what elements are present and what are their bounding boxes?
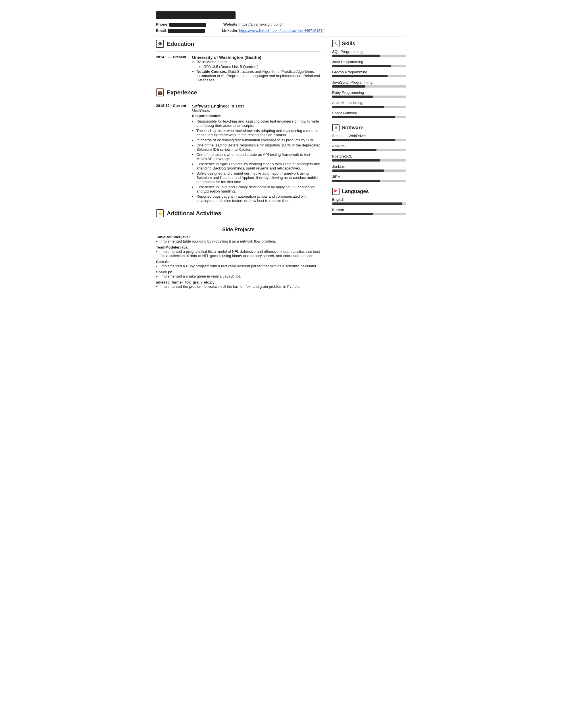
software-icon: 🖥 [332,124,339,131]
skill-javascript-bar-bg [332,85,406,88]
skill-sql: SQL Programming [332,49,406,57]
experience-title: Experience [167,89,197,96]
notable-label: Notable Courses: [197,69,227,74]
name-redacted [156,11,236,19]
project-desc-0: Implemented table rounding by modelling … [161,239,321,243]
software-selenium-bar-bg [332,139,406,141]
skill-java: Java Programming [332,60,406,67]
responsibilities-list: Responsible for teaching and assisting o… [196,119,321,203]
responsibility-item: Experience in Agile Projects, by working… [196,162,321,170]
project-desc-2: Implemented a Ruby program with a recurs… [161,264,321,268]
language-korean-label: Korean [332,208,406,212]
education-entry: 2014-09 - Present University of Washingt… [156,55,321,83]
project-label-0: TableRounder.java: [156,235,321,239]
skill-ruby: Ruby Programming [332,90,406,98]
languages-title: Languages [342,189,369,195]
languages-icon: 🚩 [332,188,339,195]
software-postgresql: PostgreSQL [332,154,406,162]
project-label-3: Snake.js: [156,270,321,274]
linkedin-value[interactable]: : https://www.linkedin.com/in/andrew-lee… [237,28,323,33]
language-korean-bar-fill [332,213,373,215]
skill-javascript-bar-fill [332,85,365,88]
skill-agile-label: Agile Methodology [332,101,406,105]
education-dates: 2014-09 - Present [156,55,186,83]
project-desc-4: Implemented the problem formulation of t… [161,284,321,289]
gpa: GPA: 3.5 (Deans List: 5 Quarters) [204,65,321,69]
skill-java-label: Java Programming [332,60,406,64]
project-farmer: adlee96_farmer_fox_grain_etc.py: Impleme… [156,280,321,289]
education-icon: 🎓 [156,40,164,48]
skill-javascript-label: JavaScript Programming [332,80,406,84]
software-jenkins-bar-fill [332,169,384,172]
skill-javascript: JavaScript Programming [332,80,406,88]
activities-title: Additional Activities [167,210,221,217]
software-jira-bar-bg [332,180,406,182]
skill-groovy-bar-bg [332,75,406,77]
responsibility-item: The leading tester who moved towards ada… [196,129,321,137]
software-appium-label: Appium [332,144,406,148]
skill-ruby-label: Ruby Programming [332,90,406,95]
skills-list: SQL Programming Java Programming Groovy … [332,49,406,118]
skill-sprint-bar-bg [332,116,406,118]
project-desc-3: Implemented a snake game in vanilla Java… [161,274,321,278]
experience-entry: 2018-12 - Current Software Engineer in T… [156,104,321,204]
education-section-header: 🎓 Education [156,40,321,48]
main-layout: 🎓 Education 2014-09 - Present University… [156,40,406,289]
language-english-bar-fill [332,202,402,205]
company-name: MoxiWorks [192,108,321,113]
skill-sql-label: SQL Programming [332,49,406,54]
skill-sprint-bar-fill [332,116,395,118]
software-jenkins: Jenkins [332,164,406,172]
activities-content: Side Projects TableRounder.java: Impleme… [156,227,321,289]
software-appium: Appium [332,144,406,151]
project-calcrb: Calc.rb: Implemented a Ruby program with… [156,260,321,268]
responsibilities-label: Responsibilities: [192,114,321,118]
project-tablerounder: TableRounder.java: Implemented table rou… [156,235,321,243]
skill-sql-bar-fill [332,55,380,57]
software-postgresql-bar-fill [332,159,380,162]
skills-section-header: 🔧 Skills [332,40,406,47]
software-section-header: 🖥 Software [332,124,406,131]
software-jenkins-bar-bg [332,169,406,172]
language-english: English [332,197,406,205]
skill-groovy: Groovy Programming [332,70,406,77]
degree: BA in Mathematics [197,60,321,64]
skill-sql-bar-bg [332,55,406,57]
software-title: Software [342,125,363,131]
skills-icon: 🔧 [332,40,339,47]
header-divider [156,36,406,36]
job-title: Software Engineer in Test [192,104,321,108]
languages-section-header: 🚩 Languages [332,188,406,195]
linkedin-link[interactable]: https://www.linkedin.com/in/andrew-lee-4… [239,28,323,33]
side-projects-title: Side Projects [156,227,321,233]
education-title: Education [167,41,194,47]
software-appium-bar-bg [332,149,406,151]
left-column: 🎓 Education 2014-09 - Present University… [156,40,321,289]
project-snakejs: Snake.js: Implemented a snake game in va… [156,270,321,278]
software-jira-label: JIRA [332,175,406,179]
header: Phone: Website: https://anjameke.github.… [156,11,406,36]
experience-icon: 💼 [156,88,164,96]
skill-agile-bar-fill [332,106,384,108]
software-postgresql-bar-bg [332,159,406,162]
responsibility-item: Experience in Java and Groovy developmen… [196,185,321,193]
right-column: 🔧 Skills SQL Programming Java Programmin… [332,40,406,289]
responsibility-item: Responsible for teaching and assisting o… [196,119,321,128]
institution-name: University of Washington (Seattle) [192,55,321,60]
skill-groovy-bar-fill [332,75,387,77]
skill-java-bar-fill [332,65,391,67]
project-label-2: Calc.rb: [156,260,321,264]
project-teammodeler: TeamModeler.java: Implemented a program … [156,245,321,258]
skill-ruby-bar-bg [332,96,406,98]
responsibility-item: Reported bugs caught in automation scrip… [196,194,321,203]
language-english-bar-bg [332,202,406,205]
skill-groovy-label: Groovy Programming [332,70,406,74]
responsibility-item: Solely designed and created our mobile a… [196,171,321,184]
email-redacted: : [166,28,205,33]
language-korean: Korean [332,208,406,215]
experience-divider [156,100,321,100]
notable-courses: Notable Courses: Data Structures and Alg… [197,69,321,82]
language-korean-bar-bg [332,213,406,215]
phone-label: Phone [156,22,167,26]
software-jira: JIRA [332,175,406,182]
